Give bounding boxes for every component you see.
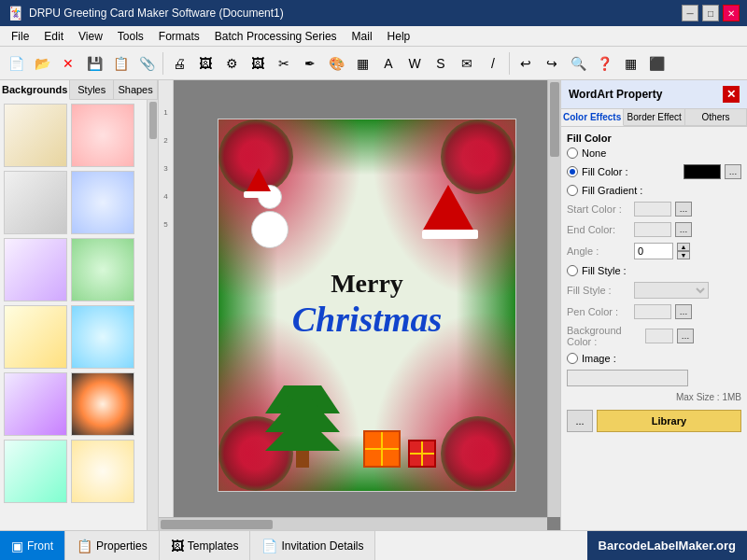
zoom-in-button[interactable]: 🔍 (566, 51, 590, 76)
bg-item-3[interactable] (4, 171, 67, 234)
end-color-btn[interactable]: … (675, 222, 692, 237)
angle-spin[interactable]: ▲ ▼ (677, 243, 690, 259)
help-icon-btn[interactable]: ❓ (592, 51, 616, 76)
fill-color-label: Fill Color (567, 133, 741, 144)
end-color-swatch[interactable] (634, 222, 671, 237)
fill-color-radio[interactable] (567, 166, 578, 177)
maximize-button[interactable]: □ (702, 5, 719, 21)
crop-button[interactable]: ✂ (272, 51, 296, 76)
bg-item-11[interactable] (4, 440, 67, 503)
wordart-close-button[interactable]: ✕ (723, 86, 740, 103)
save-button[interactable]: 💾 (82, 51, 106, 76)
menu-file[interactable]: File (4, 28, 36, 45)
minimize-button[interactable]: ─ (682, 5, 698, 21)
bg-item-8[interactable] (71, 305, 134, 369)
paint-button[interactable]: 🎨 (324, 51, 348, 76)
print-preview-button[interactable]: 🖼 (193, 51, 218, 76)
canvas-scroll-thumb-h[interactable] (161, 520, 273, 529)
tab-color-effects[interactable]: Color Effects (561, 109, 624, 126)
properties-icon: 📋 (77, 539, 92, 553)
angle-label: Angle : (567, 245, 630, 257)
angle-spin-down[interactable]: ▼ (677, 251, 690, 259)
start-color-swatch[interactable] (634, 202, 671, 217)
bg-item-2[interactable] (71, 104, 134, 167)
delete-button[interactable]: ✕ (56, 51, 80, 76)
menu-edit[interactable]: Edit (36, 28, 71, 45)
canvas-area: 1 2 3 4 5 (159, 80, 560, 530)
start-color-row: Start Color : … (567, 202, 741, 217)
bg-item-6[interactable] (71, 238, 134, 301)
titlebar-left: 🃏 DRPU Greeting Card Maker Software (Doc… (7, 6, 284, 21)
none-radio[interactable] (567, 147, 578, 159)
start-color-btn[interactable]: … (675, 202, 692, 217)
front-icon: ▣ (11, 539, 23, 553)
fill-color-swatch[interactable] (684, 164, 721, 179)
bg-item-5[interactable] (4, 238, 67, 301)
menu-help[interactable]: Help (380, 28, 418, 45)
menu-mail[interactable]: Mail (345, 28, 380, 45)
canvas-scrollbar-vertical[interactable] (547, 80, 560, 517)
close-button[interactable]: ✕ (723, 5, 740, 21)
tab-backgrounds[interactable]: Backgrounds (0, 80, 70, 100)
bg-item-12[interactable] (71, 440, 134, 503)
open-button[interactable]: 📂 (30, 51, 54, 76)
titlebar-controls[interactable]: ─ □ ✕ (682, 5, 740, 21)
bg-color-swatch[interactable] (645, 329, 673, 343)
bg-item-10[interactable] (71, 372, 134, 436)
bg-item-7[interactable] (4, 305, 67, 369)
angle-input[interactable] (634, 243, 673, 259)
image-path-input[interactable] (567, 370, 688, 386)
fill-style-radio[interactable] (567, 265, 578, 276)
statusbar-properties[interactable]: 📋 Properties (65, 531, 160, 560)
statusbar-front[interactable]: ▣ Front (0, 531, 65, 560)
new-button[interactable]: 📄 (4, 51, 28, 76)
barcode-button[interactable]: ▦ (350, 51, 374, 76)
bg-item-1[interactable] (4, 104, 67, 167)
pen-color-btn[interactable]: … (675, 304, 692, 319)
fill-style-select[interactable] (634, 282, 709, 299)
copy-button[interactable]: 📋 (108, 51, 133, 76)
undo-button[interactable]: ↩ (514, 51, 538, 76)
bg-scrollbar[interactable] (147, 100, 158, 530)
fill-color-picker-btn[interactable]: … (725, 164, 741, 179)
image-button[interactable]: 🖼 (246, 51, 270, 76)
paste-button[interactable]: 📎 (134, 51, 159, 76)
pen-color-swatch[interactable] (634, 304, 671, 319)
bg-item-9[interactable] (4, 372, 67, 436)
settings-button[interactable]: ⚙ (219, 51, 244, 76)
print-button[interactable]: 🖨 (167, 51, 191, 76)
tab-others[interactable]: Others (685, 109, 747, 126)
library-button[interactable]: Library (597, 410, 741, 432)
pen-button[interactable]: ✒ (298, 51, 322, 76)
redo-button[interactable]: ↪ (540, 51, 564, 76)
tab-shapes[interactable]: Shapes (114, 80, 158, 100)
bg-scroll-thumb[interactable] (149, 102, 157, 139)
menu-formats[interactable]: Formats (151, 28, 207, 45)
image-radio[interactable] (567, 353, 578, 364)
extra1-button[interactable]: ▦ (618, 51, 642, 76)
menu-batch[interactable]: Batch Processing Series (207, 28, 345, 45)
front-label: Front (27, 539, 53, 553)
shape-button[interactable]: S (429, 51, 453, 76)
tab-styles[interactable]: Styles (70, 80, 114, 100)
angle-spin-up[interactable]: ▲ (677, 243, 690, 251)
bg-color-btn[interactable]: … (677, 329, 694, 343)
text-button[interactable]: A (376, 51, 401, 76)
statusbar-invitation[interactable]: 📄 Invitation Details (250, 531, 375, 560)
line-button[interactable]: / (481, 51, 505, 76)
email-button[interactable]: ✉ (455, 51, 479, 76)
bg-item-4[interactable] (71, 171, 134, 234)
canvas-scroll-thumb-v[interactable] (550, 82, 559, 157)
wordart-button[interactable]: W (402, 51, 427, 76)
menu-tools[interactable]: Tools (110, 28, 151, 45)
end-color-row: End Color: … (567, 222, 741, 237)
fill-gradient-radio[interactable] (567, 185, 578, 196)
statusbar-templates[interactable]: 🖼 Templates (160, 531, 251, 560)
browse-button[interactable]: ... (567, 410, 593, 432)
extra2-button[interactable]: ⬛ (644, 51, 669, 76)
fill-style-select-row: Fill Style : (567, 282, 741, 299)
menu-view[interactable]: View (71, 28, 110, 45)
tab-border-effect[interactable]: Border Effect (624, 109, 685, 126)
canvas-scrollbar-horizontal[interactable] (159, 517, 547, 530)
fill-style-row: Fill Style : (567, 265, 741, 276)
